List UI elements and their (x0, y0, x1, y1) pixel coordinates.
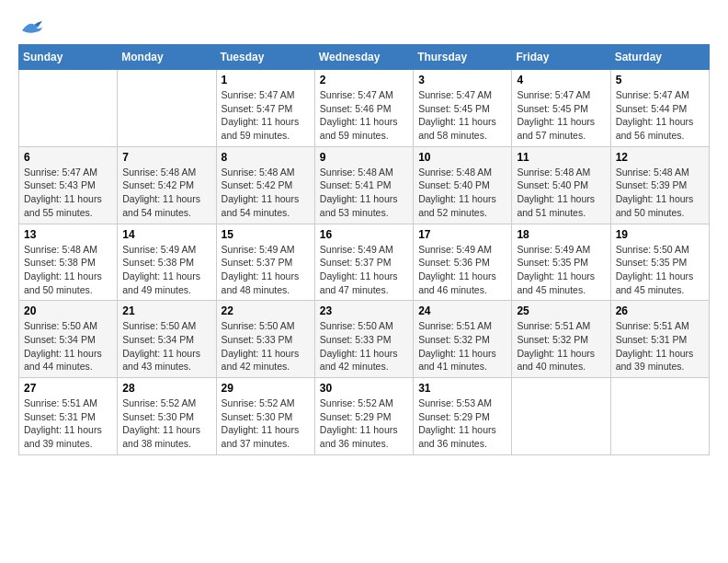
calendar-cell (118, 70, 216, 147)
day-number: 11 (517, 151, 605, 164)
day-number: 15 (222, 228, 310, 241)
weekday-header-row: SundayMondayTuesdayWednesdayThursdayFrid… (19, 45, 710, 70)
cell-content: Sunrise: 5:50 AM Sunset: 5:34 PM Dayligh… (122, 319, 210, 373)
day-number: 31 (418, 382, 506, 395)
cell-content: Sunrise: 5:48 AM Sunset: 5:40 PM Dayligh… (418, 166, 506, 220)
calendar-cell: 16Sunrise: 5:49 AM Sunset: 5:37 PM Dayli… (314, 224, 413, 301)
day-number: 3 (418, 74, 506, 86)
cell-content: Sunrise: 5:50 AM Sunset: 5:33 PM Dayligh… (222, 319, 310, 373)
calendar-cell: 31Sunrise: 5:53 AM Sunset: 5:29 PM Dayli… (414, 378, 512, 455)
day-number: 18 (517, 228, 605, 241)
calendar-cell: 20Sunrise: 5:50 AM Sunset: 5:34 PM Dayli… (19, 301, 118, 378)
day-number: 28 (122, 382, 210, 395)
day-number: 24 (418, 304, 506, 317)
cell-content: Sunrise: 5:49 AM Sunset: 5:36 PM Dayligh… (418, 243, 506, 297)
day-number: 13 (24, 228, 112, 241)
cell-content: Sunrise: 5:51 AM Sunset: 5:32 PM Dayligh… (418, 319, 506, 373)
cell-content: Sunrise: 5:47 AM Sunset: 5:47 PM Dayligh… (222, 88, 310, 143)
cell-content: Sunrise: 5:50 AM Sunset: 5:33 PM Dayligh… (320, 319, 408, 373)
day-number: 12 (616, 151, 704, 164)
cell-content: Sunrise: 5:51 AM Sunset: 5:31 PM Dayligh… (616, 319, 704, 373)
calendar-cell: 10Sunrise: 5:48 AM Sunset: 5:40 PM Dayli… (414, 146, 512, 224)
day-number: 8 (222, 151, 310, 164)
calendar-cell (610, 378, 709, 455)
calendar-cell: 28Sunrise: 5:52 AM Sunset: 5:30 PM Dayli… (118, 378, 216, 455)
calendar-cell: 23Sunrise: 5:50 AM Sunset: 5:33 PM Dayli… (314, 301, 413, 378)
cell-content: Sunrise: 5:47 AM Sunset: 5:45 PM Dayligh… (517, 88, 605, 143)
calendar-cell: 17Sunrise: 5:49 AM Sunset: 5:36 PM Dayli… (414, 224, 512, 301)
cell-content: Sunrise: 5:53 AM Sunset: 5:29 PM Dayligh… (418, 396, 506, 451)
day-number: 23 (320, 304, 408, 317)
cell-content: Sunrise: 5:48 AM Sunset: 5:39 PM Dayligh… (616, 166, 704, 220)
calendar-cell: 26Sunrise: 5:51 AM Sunset: 5:31 PM Dayli… (610, 301, 709, 378)
calendar-cell: 6Sunrise: 5:47 AM Sunset: 5:43 PM Daylig… (19, 146, 118, 224)
weekday-header: Saturday (610, 45, 709, 70)
calendar-cell: 2Sunrise: 5:47 AM Sunset: 5:46 PM Daylig… (314, 70, 413, 147)
cell-content: Sunrise: 5:48 AM Sunset: 5:42 PM Dayligh… (122, 166, 210, 220)
calendar-cell: 22Sunrise: 5:50 AM Sunset: 5:33 PM Dayli… (216, 301, 314, 378)
calendar-cell: 9Sunrise: 5:48 AM Sunset: 5:41 PM Daylig… (314, 146, 413, 224)
calendar-cell: 25Sunrise: 5:51 AM Sunset: 5:32 PM Dayli… (512, 301, 610, 378)
cell-content: Sunrise: 5:51 AM Sunset: 5:31 PM Dayligh… (24, 396, 112, 451)
calendar-cell: 21Sunrise: 5:50 AM Sunset: 5:34 PM Dayli… (118, 301, 216, 378)
calendar-table: SundayMondayTuesdayWednesdayThursdayFrid… (18, 44, 710, 455)
weekday-header: Tuesday (216, 45, 314, 70)
day-number: 25 (517, 304, 605, 317)
weekday-header: Friday (512, 45, 610, 70)
cell-content: Sunrise: 5:50 AM Sunset: 5:34 PM Dayligh… (24, 319, 112, 373)
day-number: 29 (222, 382, 310, 395)
weekday-header: Sunday (19, 45, 118, 70)
logo-icon (18, 18, 44, 37)
day-number: 22 (222, 304, 310, 317)
cell-content: Sunrise: 5:52 AM Sunset: 5:29 PM Dayligh… (320, 396, 408, 451)
calendar-cell: 11Sunrise: 5:48 AM Sunset: 5:40 PM Dayli… (512, 146, 610, 224)
cell-content: Sunrise: 5:48 AM Sunset: 5:40 PM Dayligh… (517, 166, 605, 220)
cell-content: Sunrise: 5:49 AM Sunset: 5:37 PM Dayligh… (320, 243, 408, 297)
calendar-cell: 7Sunrise: 5:48 AM Sunset: 5:42 PM Daylig… (118, 146, 216, 224)
calendar-cell: 27Sunrise: 5:51 AM Sunset: 5:31 PM Dayli… (19, 378, 118, 455)
weekday-header: Monday (118, 45, 216, 70)
calendar-cell: 12Sunrise: 5:48 AM Sunset: 5:39 PM Dayli… (610, 146, 709, 224)
calendar-cell: 18Sunrise: 5:49 AM Sunset: 5:35 PM Dayli… (512, 224, 610, 301)
weekday-header: Thursday (414, 45, 512, 70)
day-number: 1 (222, 74, 310, 86)
calendar-cell: 19Sunrise: 5:50 AM Sunset: 5:35 PM Dayli… (610, 224, 709, 301)
cell-content: Sunrise: 5:52 AM Sunset: 5:30 PM Dayligh… (122, 396, 210, 451)
day-number: 2 (320, 74, 408, 86)
calendar-week-row: 1Sunrise: 5:47 AM Sunset: 5:47 PM Daylig… (19, 70, 710, 147)
calendar-cell: 8Sunrise: 5:48 AM Sunset: 5:42 PM Daylig… (216, 146, 314, 224)
calendar-cell: 15Sunrise: 5:49 AM Sunset: 5:37 PM Dayli… (216, 224, 314, 301)
cell-content: Sunrise: 5:51 AM Sunset: 5:32 PM Dayligh… (517, 319, 605, 373)
day-number: 26 (616, 304, 704, 317)
cell-content: Sunrise: 5:48 AM Sunset: 5:42 PM Dayligh… (222, 166, 310, 220)
calendar-week-row: 13Sunrise: 5:48 AM Sunset: 5:38 PM Dayli… (19, 224, 710, 301)
cell-content: Sunrise: 5:48 AM Sunset: 5:38 PM Dayligh… (24, 243, 112, 297)
day-number: 14 (122, 228, 210, 241)
calendar-week-row: 27Sunrise: 5:51 AM Sunset: 5:31 PM Dayli… (19, 378, 710, 455)
cell-content: Sunrise: 5:49 AM Sunset: 5:38 PM Dayligh… (122, 243, 210, 297)
calendar-cell (512, 378, 610, 455)
day-number: 17 (418, 228, 506, 241)
cell-content: Sunrise: 5:52 AM Sunset: 5:30 PM Dayligh… (222, 396, 310, 451)
page-header (18, 18, 710, 37)
day-number: 10 (418, 151, 506, 164)
day-number: 21 (122, 304, 210, 317)
day-number: 16 (320, 228, 408, 241)
cell-content: Sunrise: 5:47 AM Sunset: 5:44 PM Dayligh… (616, 88, 704, 143)
calendar-cell: 29Sunrise: 5:52 AM Sunset: 5:30 PM Dayli… (216, 378, 314, 455)
day-number: 9 (320, 151, 408, 164)
calendar-cell: 24Sunrise: 5:51 AM Sunset: 5:32 PM Dayli… (414, 301, 512, 378)
calendar-cell: 30Sunrise: 5:52 AM Sunset: 5:29 PM Dayli… (314, 378, 413, 455)
calendar-cell: 1Sunrise: 5:47 AM Sunset: 5:47 PM Daylig… (216, 70, 314, 147)
day-number: 20 (24, 304, 112, 317)
cell-content: Sunrise: 5:49 AM Sunset: 5:37 PM Dayligh… (222, 243, 310, 297)
cell-content: Sunrise: 5:50 AM Sunset: 5:35 PM Dayligh… (616, 243, 704, 297)
cell-content: Sunrise: 5:49 AM Sunset: 5:35 PM Dayligh… (517, 243, 605, 297)
calendar-cell: 14Sunrise: 5:49 AM Sunset: 5:38 PM Dayli… (118, 224, 216, 301)
calendar-cell: 13Sunrise: 5:48 AM Sunset: 5:38 PM Dayli… (19, 224, 118, 301)
logo (18, 18, 48, 37)
calendar-week-row: 20Sunrise: 5:50 AM Sunset: 5:34 PM Dayli… (19, 301, 710, 378)
day-number: 4 (517, 74, 605, 86)
day-number: 7 (122, 151, 210, 164)
day-number: 5 (616, 74, 704, 86)
